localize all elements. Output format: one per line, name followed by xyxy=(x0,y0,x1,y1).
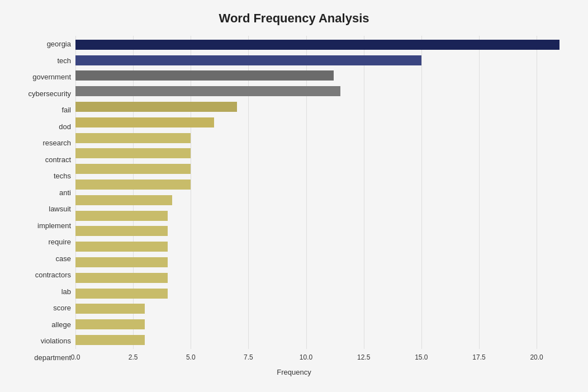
bar-row xyxy=(75,132,571,144)
bar xyxy=(75,226,168,236)
x-tick-label: 17.5 xyxy=(472,353,485,361)
bar-row xyxy=(75,272,571,284)
y-label: tech xyxy=(57,53,71,68)
y-label: implement xyxy=(37,218,71,233)
plot-area: 0.02.55.07.510.012.515.017.520.0 xyxy=(75,36,571,366)
bar xyxy=(75,133,191,143)
y-label: contractors xyxy=(35,268,71,282)
bar-row xyxy=(75,54,571,67)
bar xyxy=(75,117,214,127)
y-label: dod xyxy=(59,119,71,134)
bar-row xyxy=(75,85,571,97)
bar-row xyxy=(75,69,571,82)
y-label: score xyxy=(53,301,71,315)
y-axis: georgiatechgovernmentcybersecurityfaildo… xyxy=(17,36,75,366)
y-label: case xyxy=(56,251,71,266)
y-label: lab xyxy=(61,284,71,299)
y-label: government xyxy=(32,70,71,84)
chart-area: georgiatechgovernmentcybersecurityfaildo… xyxy=(17,36,571,366)
bar-row xyxy=(75,334,571,346)
x-tick-label: 7.5 xyxy=(244,353,253,361)
bar xyxy=(75,289,168,299)
x-tick-label: 20.0 xyxy=(530,353,543,361)
bar xyxy=(75,195,172,205)
y-label: contract xyxy=(45,152,71,167)
y-label: lawsuit xyxy=(49,202,71,216)
x-tick-label: 0.0 xyxy=(71,353,80,361)
bar xyxy=(75,148,191,158)
bar xyxy=(75,40,559,50)
y-label: violations xyxy=(41,334,71,348)
y-label: allege xyxy=(51,317,71,332)
bar xyxy=(75,86,340,96)
bar-row xyxy=(75,303,571,315)
y-label: department xyxy=(34,350,71,365)
bars-container xyxy=(75,36,571,349)
x-tick-label: 12.5 xyxy=(357,353,370,361)
x-axis-title: Frequency xyxy=(17,368,571,376)
y-label: research xyxy=(42,136,71,150)
bar-row xyxy=(75,116,571,129)
y-label: techs xyxy=(54,169,71,183)
bar-row xyxy=(75,39,571,51)
bar xyxy=(75,55,421,65)
bar xyxy=(75,304,145,314)
bar xyxy=(75,211,168,221)
x-tick-label: 15.0 xyxy=(415,353,428,361)
bar-row xyxy=(75,178,571,191)
bar-row xyxy=(75,163,571,175)
x-axis-labels: 0.02.55.07.510.012.515.017.520.0 xyxy=(75,349,571,366)
bar xyxy=(75,102,237,112)
y-label: cybersecurity xyxy=(28,86,71,101)
bar-row xyxy=(75,210,571,222)
bar-row xyxy=(75,287,571,300)
bar-row xyxy=(75,147,571,159)
y-label: fail xyxy=(61,103,71,117)
bar-row xyxy=(75,240,571,253)
bar-row xyxy=(75,225,571,237)
bar xyxy=(75,242,168,252)
x-tick-label: 2.5 xyxy=(129,353,138,361)
y-label: anti xyxy=(59,185,71,200)
bar-row xyxy=(75,318,571,330)
x-tick-label: 10.0 xyxy=(300,353,312,361)
bar-row xyxy=(75,101,571,113)
bar-row xyxy=(75,194,571,206)
x-tick-label: 5.0 xyxy=(186,353,196,361)
bar-row xyxy=(75,256,571,268)
y-label: require xyxy=(49,235,71,249)
bar xyxy=(75,319,145,329)
bar xyxy=(75,164,191,174)
bar xyxy=(75,257,168,267)
y-label: georgia xyxy=(47,37,71,51)
chart-container: Word Frequency Analysis georgiatechgover… xyxy=(0,0,588,392)
chart-title: Word Frequency Analysis xyxy=(17,11,571,26)
bar xyxy=(75,70,334,81)
bar xyxy=(75,273,168,283)
bar xyxy=(75,335,145,345)
bar xyxy=(75,180,191,190)
